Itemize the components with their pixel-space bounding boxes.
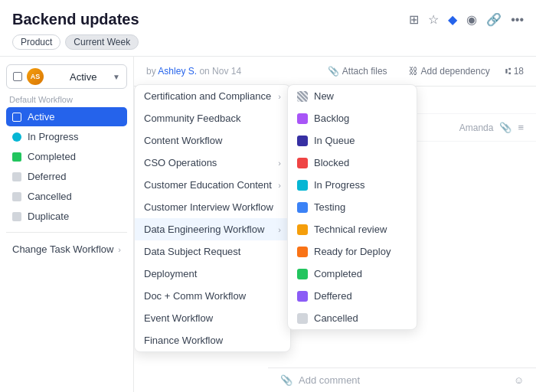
status-item-4[interactable]: In Progress <box>288 174 417 196</box>
list-icon: ≡ <box>518 122 524 133</box>
workflow-item-label-11: Finance Workflow <box>144 335 281 346</box>
app-container: Backend updates ⊞ ☆ ◆ ◉ 🔗 ••• Product Cu… <box>0 0 536 392</box>
status-item-1[interactable]: Backlog <box>288 107 417 129</box>
workflow-item-6[interactable]: Data Engineering Workflow› <box>135 218 290 240</box>
workflow-item-1[interactable]: Community Feedback <box>135 107 290 129</box>
product-tag[interactable]: Product <box>12 34 60 50</box>
task-assignee: Amanda <box>459 122 494 133</box>
workflow-item-label-0: Certification and Compliance <box>144 90 278 102</box>
sidebar-item-active[interactable]: Active <box>6 107 127 126</box>
status-submenu: NewBacklogIn QueueBlockedIn ProgressTest… <box>287 84 417 330</box>
current-week-tag[interactable]: Current Week <box>65 34 139 50</box>
workflow-selector[interactable]: AS Active ▼ <box>6 64 127 89</box>
share-count: ⑆ 18 <box>505 66 524 77</box>
status-item-2[interactable]: In Queue <box>288 129 417 152</box>
dependency-icon: ⛓ <box>409 66 418 77</box>
header-top: Backend updates ⊞ ☆ ◆ ◉ 🔗 ••• <box>12 11 524 28</box>
pin-icon[interactable]: ◆ <box>448 12 457 27</box>
status-item-label-6: Technical review <box>314 224 387 235</box>
workflow-item-5[interactable]: Customer Interview Workflow <box>135 196 290 218</box>
workflow-item-2[interactable]: Content Workflow <box>135 129 290 152</box>
page-title: Backend updates <box>12 11 139 28</box>
workflow-item-label-3: CSO Operations <box>144 157 278 168</box>
completed-item-label: Completed <box>28 151 76 162</box>
sidebar: AS Active ▼ Default Workflow Active In P… <box>0 57 134 392</box>
more-icon[interactable]: ••• <box>511 13 524 27</box>
status-item-label-1: Backlog <box>314 113 349 124</box>
status-color-icon-2 <box>297 136 308 146</box>
emoji-icon[interactable]: ☺ <box>514 374 524 386</box>
link-icon[interactable]: 🔗 <box>486 12 502 27</box>
status-item-8[interactable]: Completed <box>288 263 417 285</box>
status-item-label-5: Testing <box>314 201 345 213</box>
comment-input-placeholder[interactable]: Add comment <box>299 374 508 386</box>
workflow-item-10[interactable]: Event Workflow <box>135 307 290 329</box>
share-icon: ⑆ <box>505 66 511 77</box>
workflow-item-11[interactable]: Finance Workflow <box>135 329 290 351</box>
completed-status-icon <box>12 152 21 162</box>
calendar-icon[interactable]: ⊞ <box>409 12 419 27</box>
status-item-label-2: In Queue <box>314 135 355 146</box>
sidebar-item-cancelled[interactable]: Cancelled <box>6 187 127 206</box>
cancelled-item-label: Cancelled <box>28 191 72 202</box>
workflow-item-4[interactable]: Customer Education Content› <box>135 174 290 196</box>
header-tags: Product Current Week <box>12 34 524 50</box>
content-attribution: by Ashley S. on Nov 14 <box>146 66 241 77</box>
duplicate-status-icon <box>12 212 21 221</box>
status-item-5[interactable]: Testing <box>288 196 417 218</box>
sidebar-item-duplicate[interactable]: Duplicate <box>6 207 127 226</box>
main-area: AS Active ▼ Default Workflow Active In P… <box>0 57 536 392</box>
workflow-item-9[interactable]: Doc + Comm Workflow <box>135 285 290 307</box>
active-status-icon <box>12 113 21 122</box>
change-workflow-button[interactable]: Change Task Workflow › <box>6 239 127 260</box>
workflow-item-label-2: Content Workflow <box>144 135 281 146</box>
sidebar-item-deferred[interactable]: Deferred <box>6 167 127 186</box>
author-link[interactable]: Ashley S. <box>158 66 197 77</box>
workflow-item-7[interactable]: Data Subject Request <box>135 240 290 263</box>
status-submenu-list: NewBacklogIn QueueBlockedIn ProgressTest… <box>288 85 417 329</box>
attach-files-button[interactable]: 📎 Attach files <box>322 63 394 80</box>
status-item-7[interactable]: Ready for Deploy <box>288 240 417 263</box>
content-area: by Ashley S. on Nov 14 📎 Attach files ⛓ … <box>134 57 536 392</box>
sidebar-item-completed[interactable]: Completed <box>6 147 127 166</box>
star-icon[interactable]: ☆ <box>428 12 439 27</box>
deferred-item-label: Deferred <box>28 171 67 182</box>
status-item-3[interactable]: Blocked <box>288 152 417 174</box>
cancelled-status-icon <box>12 192 21 201</box>
submenu-arrow-icon: › <box>278 158 281 168</box>
status-color-icon-1 <box>297 113 308 124</box>
duplicate-item-label: Duplicate <box>28 211 69 222</box>
workflow-square-icon <box>13 72 22 81</box>
header-icons: ⊞ ☆ ◆ ◉ 🔗 ••• <box>409 12 524 27</box>
status-item-label-10: Cancelled <box>314 312 358 324</box>
status-item-10[interactable]: Cancelled <box>288 307 417 329</box>
workflow-item-3[interactable]: CSO Operations› <box>135 152 290 174</box>
active-label: Active <box>70 71 108 83</box>
status-color-icon-10 <box>297 313 308 324</box>
submenu-arrow-icon: › <box>278 225 281 234</box>
add-dependency-button[interactable]: ⛓ Add dependency <box>403 63 496 80</box>
sidebar-item-in-progress[interactable]: In Progress <box>6 127 127 146</box>
status-item-9[interactable]: Deffered <box>288 285 417 307</box>
status-item-label-4: In Progress <box>314 179 364 191</box>
submenu-arrow-icon: › <box>278 92 281 101</box>
submenu-arrow-icon: › <box>278 181 281 190</box>
workflow-item-label-10: Event Workflow <box>144 312 281 324</box>
status-item-0[interactable]: New <box>288 85 417 107</box>
workflow-item-8[interactable]: Deployment <box>135 263 290 285</box>
status-item-6[interactable]: Technical review <box>288 218 417 240</box>
status-item-label-7: Ready for Deploy <box>314 246 391 257</box>
user-avatar-small: AS <box>27 68 44 85</box>
attachment-icon: 📎 <box>499 122 511 133</box>
workflow-item-label-6: Data Engineering Workflow <box>144 224 278 235</box>
status-color-icon-9 <box>297 291 308 302</box>
change-workflow-arrow: › <box>118 245 121 254</box>
active-item-label: Active <box>28 111 54 122</box>
status-item-label-8: Completed <box>314 268 362 279</box>
content-top-bar: by Ashley S. on Nov 14 📎 Attach files ⛓ … <box>134 57 536 87</box>
deferred-status-icon <box>12 172 21 181</box>
workflow-item-label-7: Data Subject Request <box>144 246 281 257</box>
workflow-dropdown: Certification and Compliance›Community F… <box>134 84 291 352</box>
workflow-item-0[interactable]: Certification and Compliance› <box>135 85 290 107</box>
rss-icon[interactable]: ◉ <box>466 12 477 27</box>
